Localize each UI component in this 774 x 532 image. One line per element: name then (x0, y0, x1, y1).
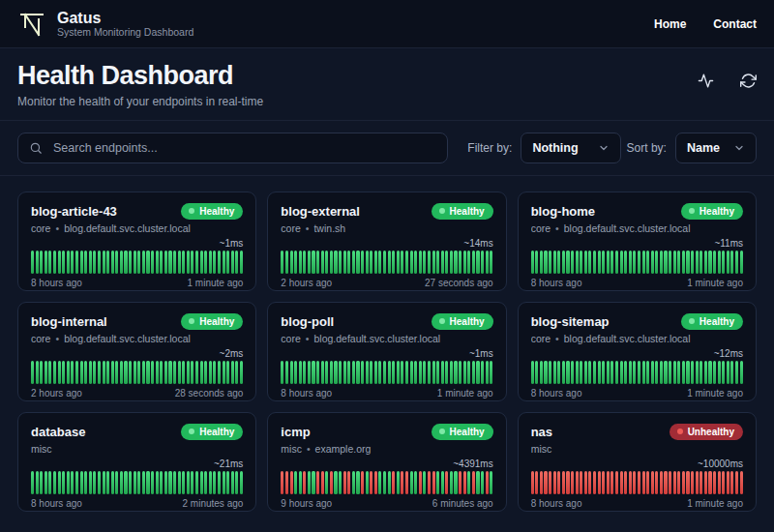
uptime-bar-success (290, 251, 293, 274)
uptime-bar-success (472, 251, 475, 274)
uptime-bar-success (370, 251, 372, 274)
uptime-bars[interactable] (31, 251, 243, 274)
uptime-bar-success (347, 361, 350, 384)
group-label: core (531, 333, 551, 344)
uptime-bar-success (378, 251, 381, 274)
uptime-bars[interactable] (281, 471, 492, 494)
uptime-bar-success (428, 251, 431, 274)
filter-select[interactable]: Nothing (521, 133, 620, 163)
uptime-bar-success (281, 361, 283, 384)
uptime-bar-success (334, 251, 337, 274)
uptime-bar-success (459, 361, 461, 384)
status-dot-icon (689, 208, 695, 214)
sort-select[interactable]: Name (675, 133, 757, 163)
uptime-bar-success (660, 251, 663, 274)
uptime-bars[interactable] (31, 471, 243, 494)
endpoint-card-icmp[interactable]: icmp Healthy misc•example.org ~4391ms 9 … (267, 412, 506, 512)
uptime-bar-success (93, 361, 96, 384)
uptime-bar-success (48, 471, 51, 494)
endpoint-name: blog-internal (31, 314, 107, 329)
uptime-bar-success (226, 471, 229, 494)
uptime-bar-success (571, 361, 574, 384)
uptime-bar-failure (316, 471, 319, 494)
uptime-bar-success (235, 361, 238, 384)
uptime-bar-success (178, 251, 181, 274)
uptime-bar-failure (321, 471, 324, 494)
host-label: blog.default.svc.cluster.local (64, 222, 191, 234)
uptime-bar-success (481, 471, 484, 494)
endpoint-card-blog-sitemap[interactable]: blog-sitemap Healthy core•blog.default.s… (518, 302, 757, 401)
uptime-bar-success (414, 251, 417, 274)
uptime-bar-success (137, 471, 140, 494)
activity-icon[interactable] (698, 73, 714, 89)
endpoint-name: blog-home (531, 204, 595, 219)
uptime-bar-success (432, 251, 435, 274)
range-end: 1 minute ago (188, 278, 244, 288)
uptime-bar-failure (629, 471, 632, 494)
host-label: blog.default.svc.cluster.local (564, 222, 691, 234)
uptime-bar-failure (615, 471, 618, 494)
endpoint-card-blog-poll[interactable]: blog-poll Healthy core•blog.default.svc.… (267, 302, 506, 401)
uptime-bar-success (62, 251, 65, 274)
time-range: 8 hours ago1 minute ago (531, 278, 743, 288)
chevron-down-icon (598, 142, 610, 154)
nav-link-home[interactable]: Home (654, 17, 686, 31)
uptime-bar-success (48, 251, 51, 274)
uptime-bar-success (419, 251, 422, 274)
uptime-bar-success (316, 251, 319, 274)
uptime-bar-success (240, 361, 243, 384)
uptime-bar-success (602, 251, 605, 274)
meta-separator: • (55, 222, 59, 234)
host-label: twin.sh (313, 222, 345, 234)
uptime-bar-success (535, 251, 538, 274)
range-start: 8 hours ago (531, 498, 582, 509)
endpoint-card-database[interactable]: database Healthy misc ~21ms 8 hours ago2… (17, 412, 256, 512)
endpoint-meta: misc•example.org (281, 443, 492, 455)
status-label: Healthy (199, 427, 234, 437)
status-label: Healthy (450, 206, 485, 217)
uptime-bars[interactable] (281, 361, 492, 384)
uptime-bar-success (423, 471, 426, 494)
search-input[interactable] (51, 140, 436, 156)
uptime-bar-success (410, 361, 413, 384)
uptime-bar-success (405, 251, 408, 274)
uptime-bar-success (182, 471, 185, 494)
status-label: Healthy (450, 316, 485, 327)
refresh-icon[interactable] (740, 73, 757, 89)
uptime-bar-success (164, 471, 167, 494)
uptime-bar-success (67, 251, 70, 274)
uptime-bar-failure (361, 471, 364, 494)
top-bar: Gatus System Monitoring Dashboard Home C… (0, 0, 774, 48)
uptime-bar-success (84, 471, 87, 494)
meta-separator: • (306, 333, 310, 344)
endpoint-card-nas[interactable]: nas Unhealthy misc ~10000ms 8 hours ago1… (518, 412, 757, 512)
time-range: 8 hours ago1 minute ago (281, 388, 492, 399)
uptime-bar-success (370, 361, 372, 384)
search-box[interactable] (17, 133, 448, 163)
uptime-bar-success (294, 251, 297, 274)
uptime-bars[interactable] (281, 251, 492, 274)
status-dot-icon (189, 318, 194, 324)
endpoint-card-blog-article-43[interactable]: blog-article-43 Healthy core•blog.defaul… (17, 192, 256, 291)
uptime-bars[interactable] (531, 361, 743, 384)
endpoint-card-blog-internal[interactable]: blog-internal Healthy core•blog.default.… (17, 302, 256, 401)
uptime-bar-success (71, 361, 74, 384)
group-label: misc (31, 443, 52, 455)
uptime-bars[interactable] (531, 251, 743, 274)
uptime-bar-success (129, 361, 132, 384)
uptime-bar-success (352, 361, 355, 384)
uptime-bar-success (549, 251, 551, 274)
endpoint-card-blog-external[interactable]: blog-external Healthy core•twin.sh ~14ms… (267, 192, 506, 291)
uptime-bar-success (321, 251, 324, 274)
uptime-bars[interactable] (531, 471, 743, 494)
uptime-bars[interactable] (31, 361, 243, 384)
endpoint-card-blog-home[interactable]: blog-home Healthy core•blog.default.svc.… (518, 192, 757, 291)
uptime-bar-failure (673, 471, 676, 494)
nav-link-contact[interactable]: Contact (713, 17, 757, 31)
uptime-bar-success (120, 251, 123, 274)
uptime-bar-success (730, 361, 733, 384)
uptime-bar-success (134, 251, 136, 274)
uptime-bar-success (378, 361, 381, 384)
uptime-bar-success (686, 251, 689, 274)
meta-separator: • (55, 333, 59, 344)
